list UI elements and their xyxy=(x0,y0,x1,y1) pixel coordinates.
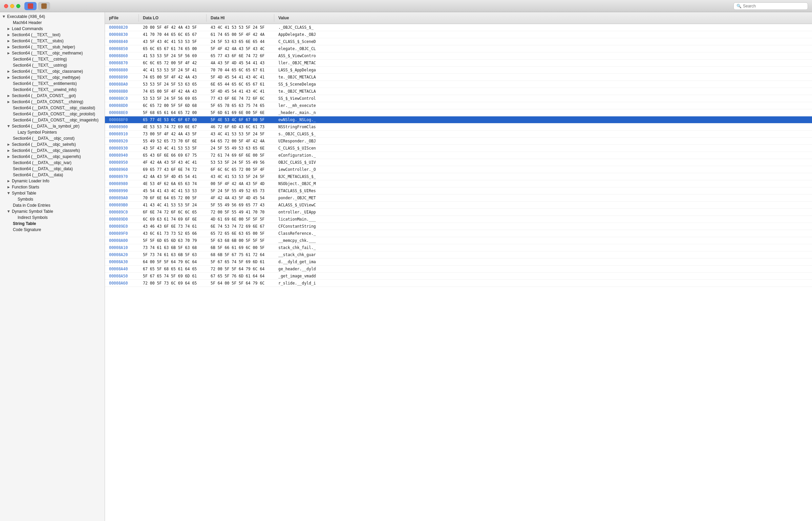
cell-hi: 70 70 44 65 6C 65 67 61 xyxy=(207,67,274,73)
cell-val: ETACLASS_$_UIRes xyxy=(274,187,812,194)
sidebar-item-section-data-const-objc-protolist[interactable]: Section64 (__DATA_CONST,__objc_protolist… xyxy=(0,111,105,117)
sidebar-item-dynamic-symbol-table[interactable]: ▶Dynamic Symbol Table xyxy=(0,208,105,214)
sidebar-item-section-data-objc-selrefs[interactable]: ▶Section64 (__DATA,__objc_selrefs) xyxy=(0,141,105,148)
table-row[interactable]: 00008970 42 4A 43 5F 4D 45 54 41 43 4C 4… xyxy=(105,173,812,180)
table-row[interactable]: 00008860 41 53 53 5F 24 5F 56 69 65 77 4… xyxy=(105,52,812,60)
cell-addr: 000088A0 xyxy=(105,81,139,88)
cell-lo: 42 4A 43 5F 4D 45 54 41 xyxy=(139,173,207,180)
table-row[interactable]: 00008960 69 65 77 43 6F 6E 74 72 6F 6C 6… xyxy=(105,166,812,173)
sidebar-item-section-data-objc-classrefs[interactable]: ▶Section64 (__DATA,__objc_classrefs) xyxy=(0,148,105,154)
search-bar: 🔍 xyxy=(733,2,808,10)
table-row[interactable]: 000089E0 43 46 43 6F 6E 73 74 61 6E 74 5… xyxy=(105,223,812,230)
cell-hi: 5F 4D 45 54 41 43 4C 41 xyxy=(207,74,274,81)
table-row[interactable]: 00008850 65 6C 65 67 61 74 65 00 5F 4F 4… xyxy=(105,45,812,52)
table-row[interactable]: 00008930 43 5F 43 4C 41 53 53 5F 24 5F 5… xyxy=(105,145,812,152)
table-row[interactable]: 000089A0 70 6F 6E 64 65 72 00 5F 4F 42 4… xyxy=(105,195,812,202)
close-button[interactable] xyxy=(4,4,8,8)
sidebar-item-section-text-objc-methname[interactable]: ▶Section64 (__TEXT,__objc_methname) xyxy=(0,50,105,56)
cell-addr: 00008960 xyxy=(105,166,139,173)
table-row[interactable]: 00008A00 5F 5F 6D 65 6D 63 70 79 5F 63 6… xyxy=(105,237,812,244)
sidebar-item-section-data-la-symbol-ptr[interactable]: ▶Section64 (__DATA,__la_symbol_ptr) xyxy=(0,123,105,129)
sidebar-label: Section64 (__TEXT,__stub_helper) xyxy=(12,45,75,49)
table-row[interactable]: 000088B0 74 65 00 5F 4F 42 4A 43 5F 4D 4… xyxy=(105,88,812,95)
table-row[interactable]: 00008820 20 00 5F 4F 42 4A 43 5F 43 4C 4… xyxy=(105,24,812,31)
sidebar-label: String Table xyxy=(13,221,36,226)
sidebar-item-section-text-unwind-info[interactable]: Section64 (__TEXT,__unwind_info) xyxy=(0,87,105,93)
sidebar-item-data-in-code[interactable]: Data in Code Entries xyxy=(0,202,105,208)
sidebar-item-lazy-symbol-pointers[interactable]: Lazy Symbol Pointers xyxy=(0,129,105,135)
sidebar-item-symbols[interactable]: Symbols xyxy=(0,196,105,202)
sidebar-item-section-text-objc-classname[interactable]: ▶Section64 (__TEXT,__objc_classname) xyxy=(0,68,105,74)
sidebar-item-section-text-stubs[interactable]: ▶Section64 (__TEXT,__stubs) xyxy=(0,38,105,44)
sidebar-item-section-text-objc-methtype[interactable]: ▶Section64 (__TEXT,__objc_methtype) xyxy=(0,74,105,81)
table-row[interactable]: 000088C0 53 53 5F 24 5F 56 69 65 77 43 6… xyxy=(105,95,812,102)
tab-2[interactable] xyxy=(38,2,50,10)
cell-hi: 24 5F 55 49 53 63 65 6E xyxy=(207,145,274,152)
cell-lo: 73 74 61 63 6B 5F 63 68 xyxy=(139,244,207,251)
table-row[interactable]: 000088F0 65 77 4E 53 6C 6F 67 00 5F 4E 5… xyxy=(105,116,812,123)
table-row[interactable]: 000089D0 6C 69 63 61 74 69 6F 6E 4D 61 6… xyxy=(105,216,812,223)
sidebar-item-dynamic-loader-info[interactable]: ▶Dynamic Loader Info xyxy=(0,178,105,184)
table-row[interactable]: 000089C0 6F 6E 74 72 6F 6C 6C 65 72 00 5… xyxy=(105,209,812,216)
maximize-button[interactable] xyxy=(16,4,20,8)
sidebar-item-code-signature[interactable]: Code Signature xyxy=(0,227,105,233)
sidebar-item-section-data-objc-ivar[interactable]: Section64 (__DATA,__objc_ivar) xyxy=(0,160,105,166)
table-row[interactable]: 000089F0 43 6C 61 73 73 52 65 66 65 72 6… xyxy=(105,230,812,237)
cell-val: te._OBJC_METACLA xyxy=(274,74,812,81)
table-row[interactable]: 00008A40 67 65 5F 68 65 61 64 65 72 00 5… xyxy=(105,266,812,273)
tab-1[interactable] xyxy=(24,2,37,10)
table-row[interactable]: 00008980 4E 53 4F 62 6A 65 63 74 00 5F 4… xyxy=(105,180,812,187)
table-row[interactable]: 00008940 65 43 6F 6E 66 69 67 75 72 61 7… xyxy=(105,152,812,159)
sidebar-item-indirect-symbols[interactable]: Indirect Symbols xyxy=(0,214,105,221)
sidebar-item-section-text-cstring[interactable]: Section64 (__TEXT,__cstring) xyxy=(0,56,105,62)
sidebar-item-function-starts[interactable]: ▶Function Starts xyxy=(0,184,105,190)
sidebar-item-mach64[interactable]: Mach64 Header xyxy=(0,20,105,26)
sidebar-item-section-text-ustring[interactable]: Section64 (__TEXT,__ustring) xyxy=(0,62,105,68)
cell-val: ontroller._UIApp xyxy=(274,209,812,216)
sidebar-item-section-text-entitlements[interactable]: Section64 (__TEXT,__entitlements) xyxy=(0,81,105,87)
table-row[interactable]: 000088D0 6C 65 72 00 5F 5F 6D 68 5F 65 7… xyxy=(105,102,812,109)
sidebar-item-section-data-data[interactable]: Section64 (__DATA,__data) xyxy=(0,172,105,178)
table-row[interactable]: 000088A0 53 53 5F 24 5F 53 63 65 6E 65 4… xyxy=(105,81,812,88)
sidebar-item-section-data-objc-data[interactable]: Section64 (__DATA,__objc_data) xyxy=(0,166,105,172)
sidebar-label: Section64 (__TEXT,__objc_methname) xyxy=(12,51,83,55)
sidebar-item-symbol-table[interactable]: ▶Symbol Table xyxy=(0,190,105,196)
table-row[interactable]: 00008870 6C 6C 65 72 00 5F 4F 42 4A 43 5… xyxy=(105,60,812,67)
cell-lo: 74 65 00 5F 4F 42 4A 43 xyxy=(139,74,207,81)
cell-val: __memcpy_chk.___ xyxy=(274,237,812,244)
triangle-icon: ▶ xyxy=(7,70,10,73)
search-input[interactable] xyxy=(743,4,805,8)
table-row[interactable]: 00008830 41 70 70 44 65 6C 65 67 61 74 6… xyxy=(105,31,812,38)
table-row[interactable]: 00008A20 5F 73 74 61 63 6B 5F 63 68 6B 5… xyxy=(105,251,812,258)
table-row[interactable]: 00008A60 72 00 5F 73 6C 69 64 65 5F 64 0… xyxy=(105,280,812,287)
table-row[interactable]: 000089B0 41 43 4C 41 53 53 5F 24 5F 55 4… xyxy=(105,202,812,209)
table-row[interactable]: 00008A30 64 00 5F 5F 64 79 6C 64 5F 67 6… xyxy=(105,258,812,266)
table-row[interactable]: 00008880 4C 41 53 53 5F 24 5F 41 70 70 4… xyxy=(105,67,812,74)
sidebar-item-string-table[interactable]: String Table xyxy=(0,221,105,227)
col-data-lo: Data LO xyxy=(139,14,207,22)
table-row[interactable]: 00008990 45 54 41 43 4C 41 53 53 5F 24 5… xyxy=(105,187,812,195)
sidebar-item-section-data-objc-superrefs[interactable]: ▶Section64 (__DATA,__objc_superrefs) xyxy=(0,154,105,160)
sidebar-item-section-data-objc-const[interactable]: Section64 (__DATA,__objc_const) xyxy=(0,135,105,141)
sidebar-item-section-text-text[interactable]: ▶Section64 (__TEXT,__text) xyxy=(0,32,105,38)
sidebar-item-executable[interactable]: ▶Executable (X86_64) xyxy=(0,14,105,20)
cell-lo: 67 65 5F 68 65 61 64 65 xyxy=(139,266,207,272)
table-row[interactable]: 00008910 73 00 5F 4F 42 4A 43 5F 43 4C 4… xyxy=(105,131,812,138)
table-row[interactable]: 00008A10 73 74 61 63 6B 5F 63 68 6B 5F 6… xyxy=(105,244,812,251)
sidebar-item-section-data-const-objc-imageinfo[interactable]: Section64 (__DATA_CONST,__objc_imageinfo… xyxy=(0,117,105,123)
table-row[interactable]: 00008920 55 49 52 65 73 70 6F 6E 64 65 7… xyxy=(105,138,812,145)
table-row[interactable]: 000088E0 5F 68 65 61 64 65 72 00 5F 6D 6… xyxy=(105,109,812,116)
sidebar-item-section-data-const-objc-classlist[interactable]: Section64 (__DATA_CONST,__objc_classlist… xyxy=(0,105,105,111)
table-row[interactable]: 00008900 4E 53 53 74 72 69 6E 67 46 72 6… xyxy=(105,123,812,131)
table-row[interactable]: 00008950 4F 42 4A 43 5F 43 4C 41 53 53 5… xyxy=(105,159,812,166)
table-row[interactable]: 00008840 43 5F 43 4C 41 53 53 5F 24 5F 5… xyxy=(105,38,812,45)
sidebar-item-section-text-stub-helper[interactable]: ▶Section64 (__TEXT,__stub_helper) xyxy=(0,44,105,50)
cell-val: OBJC_CLASS_$_UIV xyxy=(274,159,812,166)
cell-hi: 5F 4E 53 4C 6F 67 00 5F xyxy=(207,116,274,123)
sidebar-item-section-data-const-got[interactable]: ▶Section64 (__DATA_CONST,__got) xyxy=(0,93,105,99)
minimize-button[interactable] xyxy=(10,4,14,8)
sidebar-item-load-commands[interactable]: ▶Load Commands xyxy=(0,26,105,32)
table-row[interactable]: 00008A50 5F 67 65 74 5F 69 6D 61 67 65 5… xyxy=(105,273,812,280)
table-row[interactable]: 00008890 74 65 00 5F 4F 42 4A 43 5F 4D 4… xyxy=(105,74,812,81)
sidebar-item-section-data-const-cfstring[interactable]: ▶Section64 (__DATA_CONST,__cfstring) xyxy=(0,99,105,105)
